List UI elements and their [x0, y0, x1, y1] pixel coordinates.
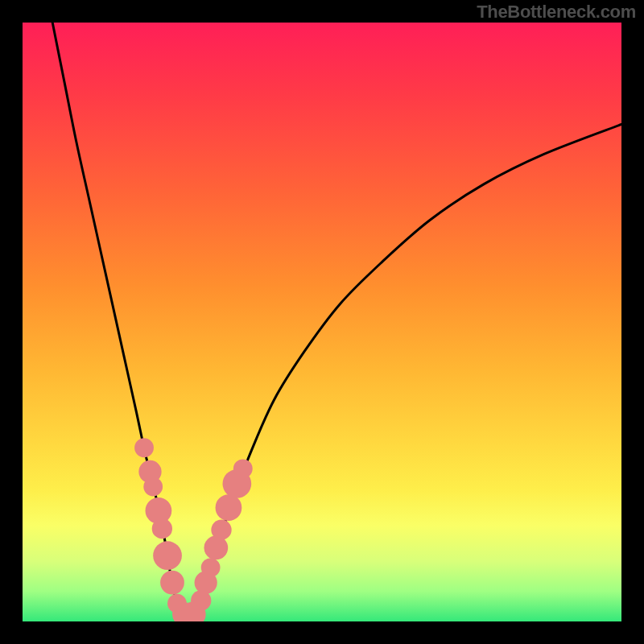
- marker-point: [233, 459, 253, 478]
- chart-svg: [23, 23, 621, 621]
- watermark-text: TheBottleneck.com: [477, 2, 636, 23]
- marker-point: [201, 558, 221, 577]
- gradient-background: [23, 23, 621, 621]
- chart-frame: TheBottleneck.com: [0, 0, 644, 644]
- marker-point: [160, 571, 184, 595]
- marker-point: [216, 494, 242, 521]
- plot-area: [23, 23, 621, 621]
- marker-point: [143, 477, 163, 497]
- marker-point: [134, 438, 154, 457]
- marker-point: [211, 520, 231, 540]
- marker-point: [152, 518, 172, 539]
- marker-point: [153, 541, 182, 570]
